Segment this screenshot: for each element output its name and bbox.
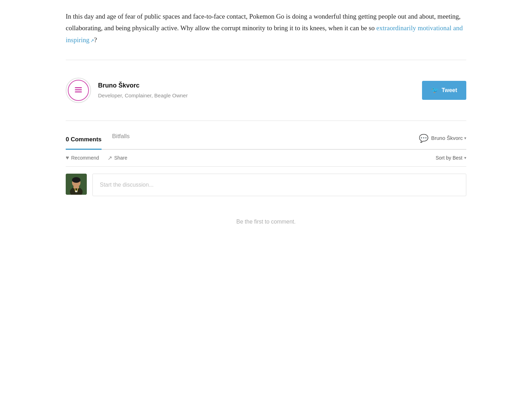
empty-comments-state: Be the first to comment. — [66, 203, 466, 233]
tabs-left: 0 Comments Bitfalls — [66, 131, 130, 146]
heart-icon: ♥ — [66, 155, 69, 161]
avatar-inner — [68, 80, 89, 101]
author-name: Bruno Škvorc — [98, 80, 188, 91]
commenter-avatar — [66, 174, 87, 195]
author-info: Bruno Škvorc Developer, Complainer, Beag… — [98, 80, 188, 100]
user-dropdown[interactable]: Bruno Škvorc ▾ — [431, 134, 466, 143]
svg-rect-1 — [75, 89, 82, 90]
svg-rect-10 — [75, 191, 77, 192]
comments-tabs: 0 Comments Bitfalls 💬 Bruno Škvorc ▾ — [66, 131, 466, 150]
avatar-logo-icon — [72, 84, 84, 96]
comments-section: 0 Comments Bitfalls 💬 Bruno Škvorc ▾ ♥ R… — [66, 131, 466, 234]
toolbar-left: ♥ Recommend ↗ Share — [66, 155, 127, 161]
sort-chevron-icon: ▾ — [464, 155, 466, 160]
svg-rect-2 — [75, 91, 82, 92]
comment-bubble-icon: 💬 — [419, 132, 428, 145]
svg-rect-7 — [73, 186, 79, 188]
article-divider — [66, 60, 466, 60]
author-left: Bruno Škvorc Developer, Complainer, Beag… — [66, 78, 188, 103]
author-avatar — [66, 78, 91, 103]
comment-input-area: Start the discussion... — [66, 167, 466, 203]
chevron-down-icon: ▾ — [464, 135, 466, 142]
tab-comments[interactable]: 0 Comments — [66, 135, 102, 150]
svg-point-6 — [72, 177, 80, 183]
share-icon: ↗ — [108, 155, 112, 161]
tab-site[interactable]: Bitfalls — [112, 131, 130, 146]
user-photo-icon — [66, 174, 87, 195]
tabs-right[interactable]: 💬 Bruno Škvorc ▾ — [419, 132, 466, 145]
author-divider — [66, 121, 466, 121]
author-section: Bruno Škvorc Developer, Complainer, Beag… — [66, 71, 466, 110]
comment-toolbar: ♥ Recommend ↗ Share Sort by Best ▾ — [66, 150, 466, 167]
share-button[interactable]: ↗ Share — [108, 155, 127, 161]
article-paragraph: In this day and age of fear of public sp… — [66, 11, 466, 46]
discussion-input[interactable]: Start the discussion... — [92, 174, 466, 196]
external-link-icon: ↗ — [90, 38, 94, 43]
sort-button[interactable]: Sort by Best ▾ — [436, 155, 466, 161]
recommend-button[interactable]: ♥ Recommend — [66, 155, 99, 161]
twitter-icon: 🐦 — [431, 85, 439, 96]
author-bio: Developer, Complainer, Beagle Owner — [98, 91, 188, 100]
svg-rect-0 — [75, 87, 82, 88]
tweet-button[interactable]: 🐦 Tweet — [422, 81, 466, 100]
commenter-avatar-img — [66, 174, 87, 195]
